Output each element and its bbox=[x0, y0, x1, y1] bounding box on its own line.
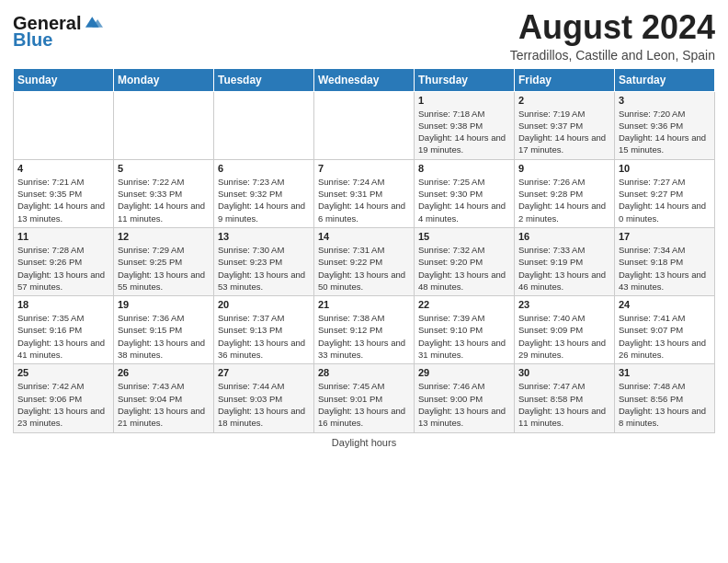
day-number: 6 bbox=[218, 163, 310, 174]
day-number: 17 bbox=[619, 231, 711, 242]
logo-icon bbox=[83, 12, 103, 32]
day-info: Sunrise: 7:36 AMSunset: 9:15 PMDaylight:… bbox=[118, 312, 210, 361]
table-row: 24Sunrise: 7:41 AMSunset: 9:07 PMDayligh… bbox=[615, 296, 715, 364]
day-info: Sunrise: 7:43 AMSunset: 9:04 PMDaylight:… bbox=[118, 380, 210, 429]
day-number: 9 bbox=[518, 163, 610, 174]
day-info: Sunrise: 7:35 AMSunset: 9:16 PMDaylight:… bbox=[17, 312, 109, 361]
day-info: Sunrise: 7:18 AMSunset: 9:38 PMDaylight:… bbox=[418, 108, 510, 156]
day-info: Sunrise: 7:45 AMSunset: 9:01 PMDaylight:… bbox=[318, 380, 410, 429]
day-number: 20 bbox=[218, 299, 310, 310]
table-row: 12Sunrise: 7:29 AMSunset: 9:25 PMDayligh… bbox=[114, 227, 214, 295]
day-info: Sunrise: 7:40 AMSunset: 9:09 PMDaylight:… bbox=[518, 312, 610, 361]
day-number: 12 bbox=[118, 231, 210, 242]
title-block: August 2024 Terradillos, Castille and Le… bbox=[510, 9, 715, 63]
table-row: 17Sunrise: 7:34 AMSunset: 9:18 PMDayligh… bbox=[615, 227, 715, 295]
day-number: 21 bbox=[318, 299, 410, 310]
day-number: 19 bbox=[118, 299, 210, 310]
header: General Blue August 2024 Terradillos, Ca… bbox=[13, 9, 715, 63]
calendar-week-3: 11Sunrise: 7:28 AMSunset: 9:26 PMDayligh… bbox=[14, 227, 715, 295]
calendar-week-2: 4Sunrise: 7:21 AMSunset: 9:35 PMDaylight… bbox=[14, 159, 715, 227]
day-info: Sunrise: 7:47 AMSunset: 8:58 PMDaylight:… bbox=[518, 380, 610, 429]
table-row: 10Sunrise: 7:27 AMSunset: 9:27 PMDayligh… bbox=[615, 159, 715, 227]
day-number: 25 bbox=[17, 367, 109, 378]
day-info: Sunrise: 7:44 AMSunset: 9:03 PMDaylight:… bbox=[218, 380, 310, 429]
day-info: Sunrise: 7:34 AMSunset: 9:18 PMDaylight:… bbox=[619, 244, 711, 293]
day-info: Sunrise: 7:31 AMSunset: 9:22 PMDaylight:… bbox=[318, 244, 410, 293]
table-row: 7Sunrise: 7:24 AMSunset: 9:31 PMDaylight… bbox=[314, 159, 415, 227]
table-row: 14Sunrise: 7:31 AMSunset: 9:22 PMDayligh… bbox=[314, 227, 415, 295]
day-info: Sunrise: 7:21 AMSunset: 9:35 PMDaylight:… bbox=[17, 176, 109, 224]
table-row: 9Sunrise: 7:26 AMSunset: 9:28 PMDaylight… bbox=[515, 159, 615, 227]
col-tuesday: Tuesday bbox=[214, 68, 314, 91]
table-row: 23Sunrise: 7:40 AMSunset: 9:09 PMDayligh… bbox=[515, 296, 615, 364]
day-number: 22 bbox=[418, 299, 510, 310]
table-row: 13Sunrise: 7:30 AMSunset: 9:23 PMDayligh… bbox=[214, 227, 314, 295]
day-info: Sunrise: 7:38 AMSunset: 9:12 PMDaylight:… bbox=[318, 312, 410, 361]
day-info: Sunrise: 7:28 AMSunset: 9:26 PMDaylight:… bbox=[17, 244, 109, 293]
day-number: 13 bbox=[218, 231, 310, 242]
table-row bbox=[314, 91, 415, 159]
day-number: 24 bbox=[619, 299, 711, 310]
table-row: 16Sunrise: 7:33 AMSunset: 9:19 PMDayligh… bbox=[515, 227, 615, 295]
table-row: 8Sunrise: 7:25 AMSunset: 9:30 PMDaylight… bbox=[415, 159, 515, 227]
day-number: 8 bbox=[418, 163, 510, 174]
table-row: 4Sunrise: 7:21 AMSunset: 9:35 PMDaylight… bbox=[14, 159, 114, 227]
table-row bbox=[214, 91, 314, 159]
table-row: 25Sunrise: 7:42 AMSunset: 9:06 PMDayligh… bbox=[14, 364, 114, 432]
calendar-week-4: 18Sunrise: 7:35 AMSunset: 9:16 PMDayligh… bbox=[14, 296, 715, 364]
day-info: Sunrise: 7:24 AMSunset: 9:31 PMDaylight:… bbox=[318, 176, 410, 224]
day-info: Sunrise: 7:48 AMSunset: 8:56 PMDaylight:… bbox=[619, 380, 711, 429]
day-number: 18 bbox=[17, 299, 109, 310]
table-row: 15Sunrise: 7:32 AMSunset: 9:20 PMDayligh… bbox=[415, 227, 515, 295]
day-number: 3 bbox=[619, 95, 711, 106]
day-info: Sunrise: 7:29 AMSunset: 9:25 PMDaylight:… bbox=[118, 244, 210, 293]
col-wednesday: Wednesday bbox=[314, 68, 415, 91]
day-number: 4 bbox=[17, 163, 109, 174]
table-row: 19Sunrise: 7:36 AMSunset: 9:15 PMDayligh… bbox=[114, 296, 214, 364]
page: General Blue August 2024 Terradillos, Ca… bbox=[0, 0, 728, 563]
day-info: Sunrise: 7:19 AMSunset: 9:37 PMDaylight:… bbox=[518, 108, 610, 156]
day-number: 11 bbox=[17, 231, 109, 242]
logo-text-blue: Blue bbox=[13, 29, 52, 50]
day-info: Sunrise: 7:41 AMSunset: 9:07 PMDaylight:… bbox=[619, 312, 711, 361]
logo: General Blue bbox=[13, 13, 103, 50]
day-info: Sunrise: 7:22 AMSunset: 9:33 PMDaylight:… bbox=[118, 176, 210, 224]
table-row: 29Sunrise: 7:46 AMSunset: 9:00 PMDayligh… bbox=[415, 364, 515, 432]
table-row: 6Sunrise: 7:23 AMSunset: 9:32 PMDaylight… bbox=[214, 159, 314, 227]
day-number: 27 bbox=[218, 367, 310, 378]
table-row: 26Sunrise: 7:43 AMSunset: 9:04 PMDayligh… bbox=[114, 364, 214, 432]
day-number: 7 bbox=[318, 163, 410, 174]
day-info: Sunrise: 7:25 AMSunset: 9:30 PMDaylight:… bbox=[418, 176, 510, 224]
table-row: 20Sunrise: 7:37 AMSunset: 9:13 PMDayligh… bbox=[214, 296, 314, 364]
day-info: Sunrise: 7:42 AMSunset: 9:06 PMDaylight:… bbox=[17, 380, 109, 429]
day-number: 28 bbox=[318, 367, 410, 378]
daylight-label: Daylight hours bbox=[332, 437, 396, 448]
day-number: 14 bbox=[318, 231, 410, 242]
day-number: 26 bbox=[118, 367, 210, 378]
col-sunday: Sunday bbox=[14, 68, 114, 91]
day-info: Sunrise: 7:20 AMSunset: 9:36 PMDaylight:… bbox=[619, 108, 711, 156]
day-number: 1 bbox=[418, 95, 510, 106]
footer: Daylight hours bbox=[13, 437, 715, 448]
day-number: 16 bbox=[518, 231, 610, 242]
table-row: 21Sunrise: 7:38 AMSunset: 9:12 PMDayligh… bbox=[314, 296, 415, 364]
table-row: 27Sunrise: 7:44 AMSunset: 9:03 PMDayligh… bbox=[214, 364, 314, 432]
col-friday: Friday bbox=[515, 68, 615, 91]
table-row bbox=[14, 91, 114, 159]
calendar-week-1: 1Sunrise: 7:18 AMSunset: 9:38 PMDaylight… bbox=[14, 91, 715, 159]
table-row: 31Sunrise: 7:48 AMSunset: 8:56 PMDayligh… bbox=[615, 364, 715, 432]
day-number: 2 bbox=[518, 95, 610, 106]
col-thursday: Thursday bbox=[415, 68, 515, 91]
day-info: Sunrise: 7:27 AMSunset: 9:27 PMDaylight:… bbox=[619, 176, 711, 224]
table-row: 18Sunrise: 7:35 AMSunset: 9:16 PMDayligh… bbox=[14, 296, 114, 364]
calendar-week-5: 25Sunrise: 7:42 AMSunset: 9:06 PMDayligh… bbox=[14, 364, 715, 432]
table-row bbox=[114, 91, 214, 159]
table-row: 11Sunrise: 7:28 AMSunset: 9:26 PMDayligh… bbox=[14, 227, 114, 295]
day-info: Sunrise: 7:39 AMSunset: 9:10 PMDaylight:… bbox=[418, 312, 510, 361]
day-number: 23 bbox=[518, 299, 610, 310]
day-number: 10 bbox=[619, 163, 711, 174]
day-info: Sunrise: 7:32 AMSunset: 9:20 PMDaylight:… bbox=[418, 244, 510, 293]
table-row: 30Sunrise: 7:47 AMSunset: 8:58 PMDayligh… bbox=[515, 364, 615, 432]
day-info: Sunrise: 7:23 AMSunset: 9:32 PMDaylight:… bbox=[218, 176, 310, 224]
table-row: 5Sunrise: 7:22 AMSunset: 9:33 PMDaylight… bbox=[114, 159, 214, 227]
